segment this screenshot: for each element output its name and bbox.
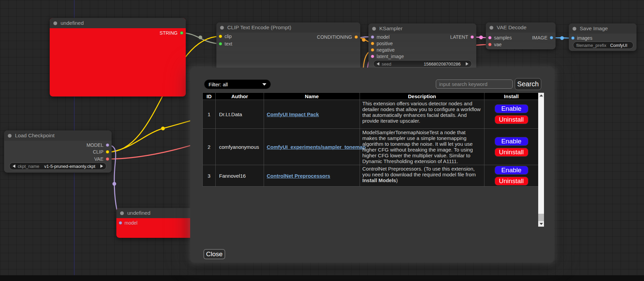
collapse-dot-icon[interactable]	[372, 27, 376, 31]
input-port-latent-image[interactable]: latent_image	[371, 54, 404, 59]
node-vae-decode[interactable]: VAE Decode samples vae IMAGE	[486, 22, 556, 49]
input-port-model[interactable]: model	[119, 220, 137, 226]
input-port-positive[interactable]: positive	[371, 41, 393, 46]
scrollbar-thumb[interactable]	[538, 98, 544, 214]
enable-button[interactable]: Enable	[495, 104, 528, 113]
node-save-image[interactable]: Save Image images filename_prefix ComfyU…	[569, 23, 637, 51]
port-label: samples	[494, 35, 512, 40]
port-label: MODEL	[86, 142, 103, 148]
link-dot-conditioning[interactable]	[362, 38, 366, 42]
input-port-images[interactable]: images	[571, 35, 592, 41]
ckpt-name-widget[interactable]: ckpt_name v1-5-pruned-emaonly.ckpt	[9, 162, 106, 170]
output-port-image[interactable]: IMAGE	[532, 35, 553, 40]
port-dot[interactable]	[219, 35, 222, 38]
port-dot[interactable]	[488, 43, 492, 46]
table-scrollbar[interactable]	[538, 93, 544, 227]
node-titlebar[interactable]: CLIP Text Encode (Prompt)	[216, 22, 360, 33]
link-dot-latent[interactable]	[479, 36, 483, 39]
seed-widget[interactable]: seed 156680208700286	[373, 60, 472, 68]
cell-author: comfyanonymous	[216, 129, 264, 165]
filename-prefix-widget[interactable]: filename_prefix ComfyUI	[573, 41, 633, 49]
port-dot[interactable]	[354, 35, 358, 39]
input-port-negative[interactable]: negative	[371, 47, 395, 53]
output-port-latent[interactable]: LATENT	[450, 34, 474, 40]
output-port-clip[interactable]: CLIP	[93, 149, 109, 155]
port-dot[interactable]	[106, 143, 109, 147]
port-dot[interactable]	[106, 157, 109, 161]
port-dot[interactable]	[180, 31, 183, 35]
extension-link[interactable]: ControlNet Preprocessors	[267, 173, 330, 179]
collapse-dot-icon[interactable]	[53, 21, 57, 25]
search-button[interactable]: Search	[515, 78, 541, 90]
input-port-samples[interactable]: samples	[488, 35, 512, 40]
enable-button[interactable]: Enable	[495, 166, 528, 175]
collapse-dot-icon[interactable]	[573, 27, 576, 31]
node-load-checkpoint[interactable]: Load Checkpoint MODEL CLIP VAE ckpt_name…	[4, 130, 112, 173]
port-dot[interactable]	[550, 36, 553, 39]
extension-link[interactable]: ComfyUI Impact Pack	[267, 111, 319, 117]
filter-select[interactable]: Filter: all	[204, 80, 271, 89]
filter-select-value: Filter: all	[209, 82, 228, 87]
node-titlebar[interactable]: VAE Decode	[486, 22, 556, 33]
description-bold-text: Install Models	[362, 177, 396, 183]
port-dot[interactable]	[119, 221, 122, 225]
node-title: undefined	[61, 20, 84, 26]
cell-author: Fannovel16	[216, 165, 264, 187]
close-button[interactable]: Close	[203, 249, 225, 259]
uninstall-button[interactable]: Uninstall	[495, 148, 528, 157]
collapse-dot-icon[interactable]	[120, 211, 124, 215]
decrement-arrow-icon[interactable]	[377, 62, 379, 66]
port-dot[interactable]	[371, 35, 374, 39]
widget-value: v1-5-pruned-emaonly.ckpt	[44, 164, 98, 169]
scroll-up-icon[interactable]	[538, 93, 544, 98]
extension-link[interactable]: ComfyUI_experiments/sampler_tonemap	[267, 144, 366, 150]
uninstall-button[interactable]: Uninstall	[495, 115, 528, 124]
input-port-model[interactable]: model	[371, 34, 390, 40]
cell-description: ControlNet Preprocessors. (To use this e…	[360, 165, 484, 187]
link-dot-image[interactable]	[560, 36, 564, 40]
output-port-model[interactable]: MODEL	[86, 142, 109, 148]
link-dot-string[interactable]	[199, 36, 202, 39]
collapse-dot-icon[interactable]	[490, 26, 493, 30]
description-text: ControlNet Preprocessors. (To use this e…	[362, 166, 476, 177]
collapse-dot-icon[interactable]	[220, 26, 224, 30]
node-title: CLIP Text Encode (Prompt)	[227, 24, 291, 31]
cell-description: This extension offers various detector n…	[360, 100, 484, 129]
port-dot[interactable]	[470, 35, 474, 39]
widget-label: ckpt_name	[18, 164, 39, 169]
next-arrow-icon[interactable]	[100, 164, 103, 168]
port-dot[interactable]	[571, 36, 575, 40]
uninstall-button[interactable]: Uninstall	[495, 177, 528, 186]
link-dot-clip[interactable]	[161, 127, 165, 130]
input-port-clip[interactable]: clip	[219, 34, 232, 39]
increment-arrow-icon[interactable]	[466, 62, 468, 66]
cell-id: 3	[203, 165, 216, 187]
port-dot[interactable]	[106, 150, 109, 154]
node-titlebar[interactable]: Save Image	[569, 23, 637, 34]
output-port-string[interactable]: STRING	[160, 30, 183, 36]
node-undefined-top[interactable]: undefined STRING	[50, 18, 186, 96]
node-titlebar[interactable]: KSampler	[368, 23, 476, 34]
previous-arrow-icon[interactable]	[13, 164, 15, 168]
port-dot[interactable]	[371, 48, 374, 52]
link-dot-model[interactable]	[113, 182, 116, 186]
output-port-vae[interactable]: VAE	[94, 156, 109, 162]
port-dot[interactable]	[371, 55, 374, 58]
port-label: vae	[494, 42, 502, 47]
scroll-down-icon[interactable]	[538, 221, 544, 227]
port-dot[interactable]	[488, 36, 492, 39]
cell-id: 2	[203, 129, 216, 165]
enable-button[interactable]: Enable	[495, 137, 528, 146]
widget-value: ComfyUI	[610, 43, 630, 48]
node-graph-canvas[interactable]: undefined STRING CLIP Text Encode (Promp…	[0, 0, 644, 281]
output-port-conditioning[interactable]: CONDITIONING	[317, 34, 358, 40]
node-titlebar[interactable]: undefined	[50, 18, 186, 28]
port-dot[interactable]	[219, 42, 222, 46]
collapse-dot-icon[interactable]	[8, 134, 12, 138]
input-port-text[interactable]: text	[219, 41, 232, 47]
input-port-vae[interactable]: vae	[488, 42, 502, 47]
port-dot[interactable]	[371, 42, 374, 45]
table-row: 1 Dr.Lt.Data ComfyUI Impact Pack This ex…	[203, 100, 539, 129]
node-titlebar[interactable]: Load Checkpoint	[4, 130, 112, 141]
search-input[interactable]	[436, 80, 513, 89]
